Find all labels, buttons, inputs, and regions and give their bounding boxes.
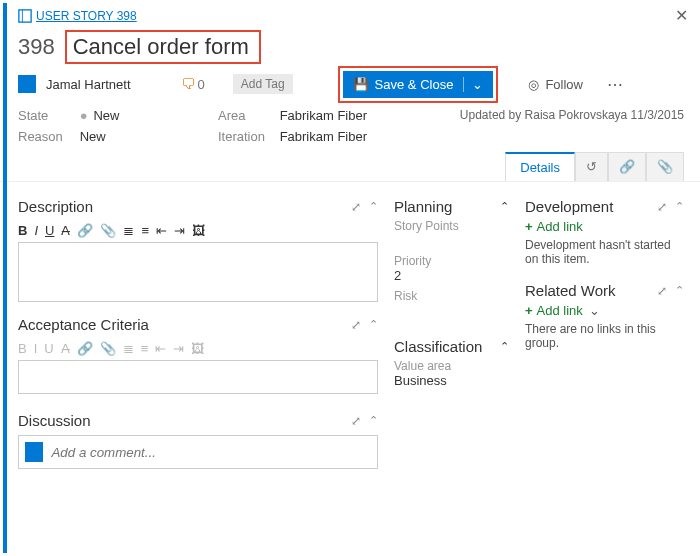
bold-button[interactable]: B (18, 341, 27, 356)
close-icon[interactable]: ✕ (675, 6, 688, 25)
save-icon: 💾 (353, 77, 369, 92)
state-value[interactable]: New (80, 108, 120, 123)
image-button[interactable]: 🖼 (191, 341, 204, 356)
work-item-type-link[interactable]: USER STORY 398 (36, 9, 137, 23)
expand-icon[interactable]: ⤢ (351, 414, 361, 428)
expand-icon[interactable]: ⤢ (351, 318, 361, 332)
link-button[interactable]: 🔗 (77, 223, 93, 238)
ol-button[interactable]: ≡ (141, 223, 149, 238)
tab-links[interactable]: 🔗 (608, 152, 646, 181)
assigned-to[interactable]: Jamal Hartnett (46, 77, 131, 92)
attachment-icon: 📎 (657, 159, 673, 174)
priority-label: Priority (394, 254, 509, 268)
state-label: State (18, 108, 76, 123)
comment-count[interactable]: 🗨 0 (181, 76, 205, 92)
collapse-icon[interactable]: ⌃ (369, 318, 378, 332)
attach-button[interactable]: 📎 (100, 223, 116, 238)
comment-input[interactable] (51, 445, 371, 460)
description-editor[interactable] (18, 242, 378, 302)
priority-value[interactable]: 2 (394, 268, 509, 283)
ul-button[interactable]: ≣ (123, 341, 134, 356)
ol-button[interactable]: ≡ (141, 341, 149, 356)
more-actions-button[interactable]: ⋯ (607, 75, 625, 94)
value-area-label: Value area (394, 359, 509, 373)
plus-icon: + (525, 303, 533, 318)
acceptance-toolbar: B I U A̶ 🔗 📎 ≣ ≡ ⇤ ⇥ 🖼 (18, 337, 378, 360)
title-input[interactable] (73, 34, 253, 60)
strike-button[interactable]: A̶ (61, 341, 70, 356)
development-heading: Development (525, 198, 613, 215)
chevron-down-icon[interactable]: ⌄ (463, 77, 483, 92)
risk-label: Risk (394, 289, 509, 303)
description-toolbar: B I U A̶ 🔗 📎 ≣ ≡ ⇤ ⇥ 🖼 (18, 219, 378, 242)
area-value[interactable]: Fabrikam Fiber (280, 108, 367, 123)
indent-button[interactable]: ⇥ (174, 223, 185, 238)
italic-button[interactable]: I (34, 223, 38, 238)
attach-button[interactable]: 📎 (100, 341, 116, 356)
tab-history[interactable]: ↺ (575, 152, 608, 181)
related-empty-text: There are no links in this group. (525, 322, 684, 350)
outdent-button[interactable]: ⇤ (156, 223, 167, 238)
value-area-value[interactable]: Business (394, 373, 509, 388)
expand-icon[interactable]: ⤢ (351, 200, 361, 214)
link-button[interactable]: 🔗 (77, 341, 93, 356)
avatar-icon (18, 75, 36, 93)
risk-value[interactable] (394, 303, 509, 318)
ul-button[interactable]: ≣ (123, 223, 134, 238)
collapse-icon[interactable]: ⌃ (675, 284, 684, 298)
expand-icon[interactable]: ⤢ (657, 284, 667, 298)
plus-icon: + (525, 219, 533, 234)
story-points-value[interactable] (394, 233, 509, 248)
collapse-icon[interactable]: ⌃ (675, 200, 684, 214)
comment-number: 0 (198, 77, 205, 92)
iteration-label: Iteration (218, 129, 276, 144)
collapse-icon[interactable]: ⌃ (500, 200, 509, 213)
reason-value[interactable]: New (80, 129, 106, 144)
svg-rect-0 (19, 10, 31, 22)
description-heading: Description (18, 198, 93, 215)
collapse-icon[interactable]: ⌃ (369, 200, 378, 214)
story-points-label: Story Points (394, 219, 509, 233)
discussion-heading: Discussion (18, 412, 91, 429)
underline-button[interactable]: U (45, 223, 54, 238)
indent-button[interactable]: ⇥ (173, 341, 184, 356)
outdent-button[interactable]: ⇤ (155, 341, 166, 356)
history-icon: ↺ (586, 159, 597, 174)
add-link-label: Add link (537, 303, 583, 318)
chevron-down-icon: ⌄ (589, 303, 600, 318)
updated-by: Updated by Raisa Pokrovskaya 11/3/2015 (418, 108, 684, 123)
save-close-button[interactable]: 💾 Save & Close ⌄ (343, 71, 494, 98)
work-item-id: 398 (18, 34, 55, 60)
comment-box[interactable] (18, 435, 378, 469)
image-button[interactable]: 🖼 (192, 223, 205, 238)
area-label: Area (218, 108, 276, 123)
tab-details[interactable]: Details (505, 152, 575, 181)
save-highlight-box: 💾 Save & Close ⌄ (338, 66, 499, 103)
collapse-icon[interactable]: ⌃ (500, 340, 509, 353)
collapse-icon[interactable]: ⌃ (369, 414, 378, 428)
strike-button[interactable]: A̶ (61, 223, 70, 238)
related-heading: Related Work (525, 282, 616, 299)
iteration-value[interactable]: Fabrikam Fiber (280, 129, 367, 144)
add-dev-link-button[interactable]: +Add link (525, 219, 684, 234)
development-empty-text: Development hasn't started on this item. (525, 238, 684, 266)
book-icon (18, 9, 32, 23)
save-label: Save & Close (375, 77, 454, 92)
add-link-label: Add link (537, 219, 583, 234)
link-icon: 🔗 (619, 159, 635, 174)
follow-button[interactable]: ◎ Follow (528, 77, 583, 92)
italic-button[interactable]: I (34, 341, 38, 356)
underline-button[interactable]: U (44, 341, 53, 356)
reason-label: Reason (18, 129, 76, 144)
title-highlight-box (65, 30, 261, 64)
accent-bar (3, 3, 7, 553)
add-tag-button[interactable]: Add Tag (233, 74, 293, 94)
bold-button[interactable]: B (18, 223, 27, 238)
eye-icon: ◎ (528, 77, 539, 92)
add-related-link-button[interactable]: +Add link⌄ (525, 303, 684, 318)
acceptance-editor[interactable] (18, 360, 378, 394)
comment-icon: 🗨 (181, 76, 195, 92)
tab-attachments[interactable]: 📎 (646, 152, 684, 181)
expand-icon[interactable]: ⤢ (657, 200, 667, 214)
planning-heading: Planning (394, 198, 452, 215)
